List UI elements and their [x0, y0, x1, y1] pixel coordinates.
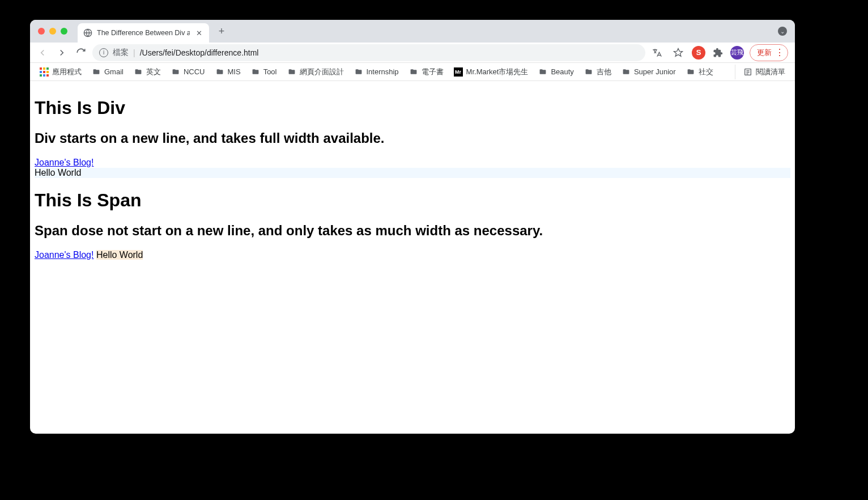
bookmark-folder-english[interactable]: 英文	[130, 65, 165, 79]
bookmark-folder-social[interactable]: 社交	[682, 65, 717, 79]
address-path: /Users/fei/Desktop/difference.html	[140, 48, 259, 57]
div-example: Hello World	[35, 168, 790, 178]
update-button[interactable]: 更新 ⋮	[750, 44, 788, 61]
reload-button[interactable]	[73, 45, 89, 61]
apps-bookmark[interactable]: 應用程式	[36, 65, 86, 79]
maximize-window-button[interactable]	[61, 28, 67, 35]
profile-avatar[interactable]: 芸飛	[730, 46, 744, 60]
bookmark-label: MIS	[228, 67, 241, 76]
bookmark-mrmarket[interactable]: MrMr.Market市場先生	[450, 65, 533, 79]
bookmark-folder-superjunior[interactable]: Super Junior	[618, 65, 680, 78]
bookmark-label: Mr.Market市場先生	[466, 67, 529, 77]
back-button[interactable]	[35, 45, 50, 61]
span-example: Hello World	[96, 250, 143, 260]
bookmark-label: 網頁介面設計	[300, 67, 344, 77]
subheading-div: Div starts on a new line, and takes full…	[35, 130, 790, 146]
mr-icon: Mr	[454, 67, 463, 77]
heading-div: This Is Div	[35, 98, 790, 118]
close-window-button[interactable]	[38, 28, 45, 35]
bookmark-label: Beauty	[551, 67, 573, 76]
minimize-window-button[interactable]	[49, 28, 56, 35]
address-scheme-label: 檔案	[113, 48, 129, 58]
bookmark-folder-tool[interactable]: Tool	[247, 65, 281, 78]
toolbar-actions: S 芸飛 更新 ⋮	[649, 44, 790, 61]
bookmark-label: 吉他	[597, 67, 611, 77]
tab-title: The Difference Between Div an	[97, 29, 190, 37]
bookmark-label: NCCU	[184, 67, 205, 76]
link-joanne-blog-1[interactable]: Joanne's Blog!	[35, 158, 93, 167]
window-controls	[38, 28, 67, 35]
bookmark-label: Internship	[367, 67, 399, 76]
address-separator: |	[133, 48, 135, 57]
reading-list-button[interactable]: 閱讀清單	[735, 65, 789, 79]
apps-icon	[40, 67, 49, 77]
bookmark-folder-beauty[interactable]: Beauty	[534, 65, 577, 78]
bookmark-folder-nccu[interactable]: NCCU	[167, 65, 209, 78]
bookmark-label: 應用程式	[52, 67, 82, 77]
bookmark-label: 英文	[146, 67, 161, 77]
globe-icon	[83, 28, 92, 37]
menu-icon[interactable]: ⋮	[775, 48, 784, 57]
info-icon[interactable]: i	[99, 48, 108, 57]
bookmark-folder-ebook[interactable]: 電子書	[405, 65, 448, 79]
translate-icon[interactable]	[649, 45, 665, 61]
bookmark-folder-gmail[interactable]: Gmail	[88, 65, 127, 78]
forward-button[interactable]	[54, 45, 70, 61]
bookmark-label: 社交	[699, 67, 713, 77]
bookmark-label: Super Junior	[634, 67, 676, 76]
tab-strip: The Difference Between Div an ✕ + ⌄	[30, 20, 795, 43]
browser-window: The Difference Between Div an ✕ + ⌄ i 檔案…	[30, 20, 795, 434]
link-joanne-blog-2[interactable]: Joanne's Blog!	[35, 250, 93, 260]
bookmark-label: Tool	[263, 67, 277, 76]
toolbar: i 檔案 | /Users/fei/Desktop/difference.htm…	[30, 43, 795, 63]
bookmark-star-icon[interactable]	[670, 45, 686, 61]
browser-tab[interactable]: The Difference Between Div an ✕	[78, 23, 209, 43]
bookmark-label: Gmail	[104, 67, 124, 76]
address-bar[interactable]: i 檔案 | /Users/fei/Desktop/difference.htm…	[92, 44, 645, 61]
update-label: 更新	[757, 48, 772, 58]
page-content: This Is Div Div starts on a new line, an…	[30, 81, 795, 265]
reading-list-label: 閱讀清單	[756, 67, 785, 77]
close-tab-button[interactable]: ✕	[194, 28, 203, 37]
tab-overflow-button[interactable]: ⌄	[778, 27, 787, 36]
heading-span: This Is Span	[35, 190, 790, 211]
subheading-span: Span dose not start on a new line, and o…	[35, 223, 790, 239]
bookmarks-bar: 應用程式 Gmail 英文 NCCU MIS Tool 網頁介面設計 Inter…	[30, 63, 795, 81]
extension-s-icon[interactable]: S	[692, 46, 705, 60]
bookmark-label: 電子書	[422, 67, 444, 77]
extensions-icon[interactable]	[711, 46, 725, 60]
bookmark-folder-internship[interactable]: Internship	[350, 65, 403, 78]
new-tab-button[interactable]: +	[214, 23, 229, 39]
bookmark-folder-guitar[interactable]: 吉他	[580, 65, 615, 79]
bookmark-folder-mis[interactable]: MIS	[211, 65, 245, 78]
bookmark-folder-webdesign[interactable]: 網頁介面設計	[283, 65, 348, 79]
